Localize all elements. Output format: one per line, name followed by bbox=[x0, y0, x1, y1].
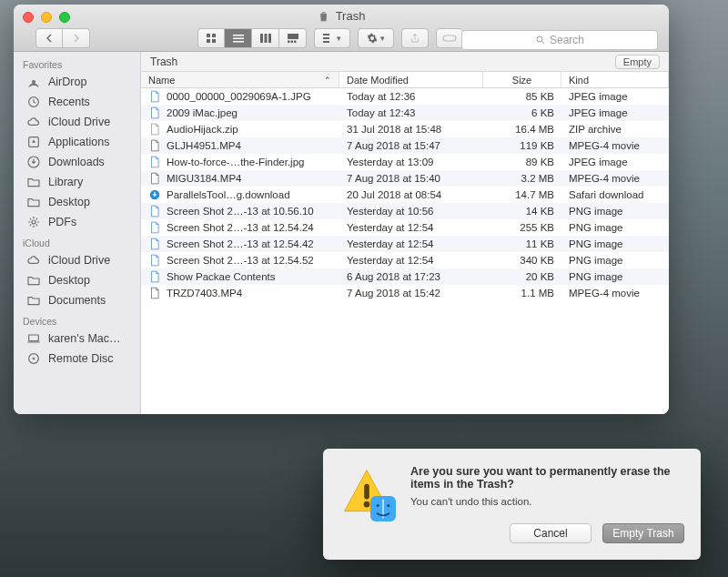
minimize-button[interactable] bbox=[41, 12, 52, 23]
file-row[interactable]: Screen Shot 2…-13 at 12.54.42Yesterday a… bbox=[141, 236, 669, 252]
sidebar-item-label: Downloads bbox=[48, 156, 105, 168]
sidebar-item-downloads[interactable]: Downloads bbox=[14, 152, 140, 172]
file-size: 6 KB bbox=[483, 107, 561, 118]
file-date: Yesterday at 12:54 bbox=[339, 255, 483, 266]
file-row[interactable]: Screen Shot 2…-13 at 12.54.24Yesterday a… bbox=[141, 219, 669, 236]
sidebar-item-library[interactable]: Library bbox=[14, 172, 140, 192]
empty-trash-button[interactable]: Empty bbox=[615, 55, 660, 69]
file-name: MIGU3184.MP4 bbox=[167, 173, 241, 184]
sidebar-item-label: AirDrop bbox=[48, 76, 86, 88]
cloud-icon bbox=[26, 253, 41, 268]
file-row[interactable]: TRZD7403.MP47 Aug 2018 at 15:421.1 MBMPE… bbox=[141, 285, 669, 301]
file-list[interactable]: 0000_00000_0029069A-1.JPGToday at 12:368… bbox=[141, 88, 669, 414]
svg-rect-0 bbox=[207, 34, 210, 37]
file-row[interactable]: MIGU3184.MP47 Aug 2018 at 15:403.2 MBMPE… bbox=[141, 170, 669, 187]
close-button[interactable] bbox=[23, 12, 34, 23]
svg-rect-10 bbox=[288, 34, 298, 39]
share-button[interactable] bbox=[401, 28, 429, 48]
file-row[interactable]: AudioHijack.zip31 Jul 2018 at 15:4816.4 … bbox=[141, 121, 669, 137]
file-size: 119 KB bbox=[483, 140, 561, 151]
file-row[interactable]: GLJH4951.MP47 Aug 2018 at 15:47119 KBMPE… bbox=[141, 137, 669, 154]
window-title: Trash bbox=[318, 9, 366, 23]
group-button[interactable]: ▾ bbox=[314, 28, 350, 48]
sidebar-item-label: iCloud Drive bbox=[48, 116, 110, 128]
column-size[interactable]: Size bbox=[483, 72, 561, 87]
file-row[interactable]: How-to-force-…the-Finder.jpgYesterday at… bbox=[141, 154, 669, 170]
view-list-button[interactable] bbox=[225, 28, 252, 48]
titlebar: Trash ▾ ▾ bbox=[14, 5, 669, 52]
view-gallery-button[interactable] bbox=[279, 28, 307, 48]
sidebar-item-label: Applications bbox=[48, 136, 109, 148]
file-name: Screen Shot 2…-13 at 12.54.52 bbox=[167, 255, 314, 266]
sidebar-item-icloud-drive[interactable]: iCloud Drive bbox=[14, 250, 140, 270]
view-icon-button[interactable] bbox=[197, 28, 225, 48]
svg-rect-17 bbox=[443, 35, 456, 41]
sidebar-section-label: iCloud bbox=[14, 232, 140, 250]
sidebar-item-karen-s-mac-[interactable]: karen's Mac… bbox=[14, 329, 140, 349]
file-row[interactable]: 0000_00000_0029069A-1.JPGToday at 12:368… bbox=[141, 88, 669, 105]
file-kind: JPEG image bbox=[561, 91, 669, 102]
location-label: Trash bbox=[150, 56, 177, 68]
sort-indicator-icon: ⌃ bbox=[324, 76, 331, 85]
sidebar-item-recents[interactable]: Recents bbox=[14, 92, 140, 112]
file-row[interactable]: Screen Shot 2…-13 at 10.56.10Yesterday a… bbox=[141, 203, 669, 219]
sidebar-item-pdfs[interactable]: PDFs bbox=[14, 212, 140, 232]
back-button[interactable] bbox=[35, 28, 63, 48]
file-kind: PNG image bbox=[561, 238, 669, 249]
tags-button[interactable] bbox=[436, 28, 463, 48]
file-kind: PNG image bbox=[561, 206, 669, 217]
file-row[interactable]: ParallelsTool…g.download20 Jul 2018 at 0… bbox=[141, 187, 669, 203]
file-name: Show Packae Contents bbox=[167, 271, 276, 282]
sidebar-section-label: Devices bbox=[14, 310, 140, 329]
zoom-button[interactable] bbox=[59, 12, 70, 23]
svg-point-19 bbox=[32, 80, 35, 84]
file-date: 7 Aug 2018 at 15:40 bbox=[339, 173, 483, 184]
folder-icon bbox=[26, 175, 41, 189]
file-date: Today at 12:43 bbox=[339, 107, 483, 118]
column-name[interactable]: Name⌃ bbox=[141, 72, 339, 87]
sidebar-item-applications[interactable]: Applications bbox=[14, 132, 140, 152]
empty-trash-confirm-button[interactable]: Empty Trash bbox=[602, 523, 684, 543]
file-size: 20 KB bbox=[483, 271, 561, 282]
mac-icon bbox=[26, 331, 41, 346]
svg-rect-11 bbox=[288, 41, 290, 44]
file-row[interactable]: Show Packae Contents6 Aug 2018 at 17:232… bbox=[141, 268, 669, 285]
file-icon bbox=[148, 188, 161, 201]
file-row[interactable]: Screen Shot 2…-13 at 12.54.52Yesterday a… bbox=[141, 252, 669, 268]
sidebar-item-remote-disc[interactable]: Remote Disc bbox=[14, 349, 140, 369]
file-name: ParallelsTool…g.download bbox=[167, 189, 290, 200]
file-kind: Safari download bbox=[561, 189, 669, 200]
warning-icon bbox=[339, 465, 394, 520]
forward-button[interactable] bbox=[63, 28, 90, 48]
file-row[interactable]: 2009 iMac.jpegToday at 12:436 KBJPEG ima… bbox=[141, 105, 669, 121]
sidebar-item-icloud-drive[interactable]: iCloud Drive bbox=[14, 112, 140, 132]
sidebar-item-documents[interactable]: Documents bbox=[14, 290, 140, 310]
file-size: 1.1 MB bbox=[483, 288, 561, 299]
svg-rect-3 bbox=[212, 39, 216, 43]
file-icon bbox=[148, 205, 161, 218]
svg-rect-9 bbox=[268, 34, 271, 43]
trash-icon bbox=[318, 10, 330, 23]
svg-rect-5 bbox=[233, 38, 244, 40]
cancel-button[interactable]: Cancel bbox=[510, 523, 592, 543]
sidebar[interactable]: FavoritesAirDropRecentsiCloud DriveAppli… bbox=[14, 52, 141, 414]
sidebar-item-label: PDFs bbox=[48, 216, 76, 228]
sidebar-item-label: karen's Mac… bbox=[48, 332, 121, 345]
svg-point-31 bbox=[377, 504, 379, 507]
main-pane: Trash Empty Name⌃ Date Modified Size Kin… bbox=[141, 52, 669, 414]
sidebar-item-desktop[interactable]: Desktop bbox=[14, 192, 140, 212]
file-name: Screen Shot 2…-13 at 12.54.24 bbox=[167, 222, 314, 233]
column-kind[interactable]: Kind bbox=[561, 72, 669, 87]
file-size: 89 KB bbox=[483, 157, 561, 167]
traffic-lights bbox=[23, 12, 70, 23]
column-date[interactable]: Date Modified bbox=[339, 72, 483, 87]
file-icon bbox=[148, 106, 161, 119]
view-column-button[interactable] bbox=[252, 28, 279, 48]
action-button[interactable]: ▾ bbox=[358, 28, 394, 48]
window-body: FavoritesAirDropRecentsiCloud DriveAppli… bbox=[14, 52, 669, 414]
svg-rect-28 bbox=[364, 484, 369, 500]
sidebar-item-desktop[interactable]: Desktop bbox=[14, 270, 140, 290]
svg-rect-4 bbox=[233, 35, 244, 36]
sidebar-item-airdrop[interactable]: AirDrop bbox=[14, 72, 140, 92]
search-input[interactable]: Search bbox=[461, 30, 658, 50]
